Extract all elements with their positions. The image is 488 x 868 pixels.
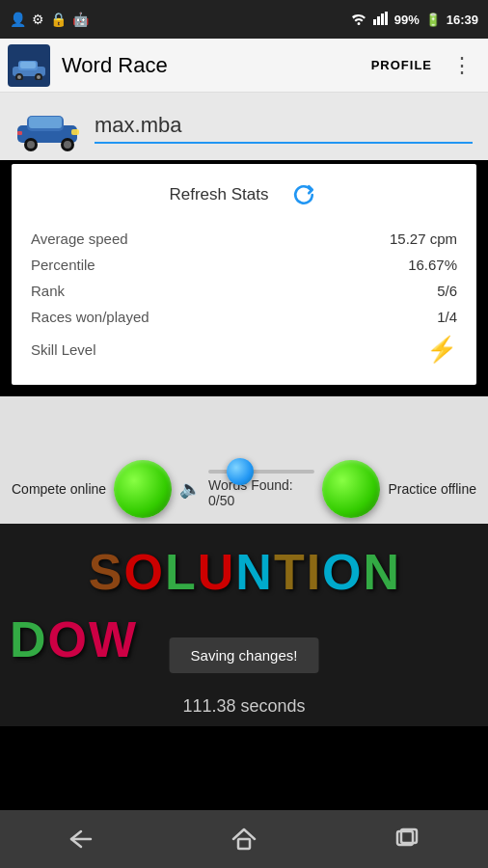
menu-icon[interactable]: ⋮ — [444, 45, 480, 86]
username-container: max.mba — [95, 113, 473, 144]
races-row: Races won/played 1/4 — [31, 304, 457, 330]
back-button[interactable] — [52, 820, 110, 858]
svg-rect-19 — [17, 131, 22, 135]
svg-point-14 — [27, 141, 35, 149]
nav-bar — [0, 810, 488, 868]
skill-label: Skill Level — [31, 341, 96, 358]
avg-speed-label: Average speed — [31, 231, 128, 247]
profile-button[interactable]: PROFILE — [360, 50, 444, 80]
username-text: max.mba — [95, 113, 181, 137]
volume-slider-thumb[interactable] — [227, 458, 254, 485]
game-letter: D — [10, 610, 46, 668]
settings-icon: ⚙ — [32, 12, 44, 27]
refresh-button[interactable] — [288, 179, 319, 210]
battery-text: 99% — [394, 13, 420, 27]
app-title: Word Race — [62, 53, 360, 78]
game-area: SOLUNTION DOW Saving changes! 111.38 sec… — [0, 524, 488, 726]
volume-slider-container: Words Found: 0/50 — [208, 470, 314, 508]
svg-rect-3 — [385, 12, 388, 25]
app-icon — [8, 44, 50, 87]
svg-point-16 — [64, 141, 71, 149]
volume-icon[interactable]: 🔈 — [179, 478, 201, 500]
home-button[interactable] — [215, 820, 273, 858]
compete-button[interactable] — [114, 460, 172, 518]
game-letter: I — [307, 543, 320, 601]
game-letter: O — [322, 543, 361, 601]
word-display: SOLUNTION — [0, 543, 488, 601]
game-letter: W — [89, 610, 136, 668]
game-letter: L — [165, 543, 196, 601]
timer-display: 111.38 seconds — [0, 696, 488, 717]
game-letter: T — [274, 543, 305, 601]
car-avatar — [15, 104, 83, 152]
game-letter: S — [89, 543, 122, 601]
practice-label: Practice offline — [388, 481, 476, 497]
profile-section: max.mba — [0, 93, 488, 160]
stats-card: Refresh Stats Average speed 15.27 cpm Pe… — [12, 164, 476, 385]
battery-icon: 🔋 — [425, 13, 441, 27]
game-letter: U — [198, 543, 234, 601]
recents-button[interactable] — [378, 820, 436, 858]
compete-label: Compete online — [12, 481, 106, 497]
status-left-icons: 👤 ⚙ 🔒 🤖 — [10, 12, 89, 27]
svg-point-9 — [37, 75, 41, 79]
status-right-info: 99% 🔋 16:39 — [350, 12, 478, 28]
skill-icon: ⚡ — [426, 335, 457, 365]
svg-point-7 — [17, 75, 21, 79]
time-display: 16:39 — [447, 13, 478, 27]
game-letter: N — [235, 543, 272, 601]
game-letter: O — [48, 610, 87, 668]
rank-value: 5/6 — [437, 283, 457, 299]
svg-rect-0 — [373, 19, 376, 25]
status-bar: 👤 ⚙ 🔒 🤖 99% 🔋 16:39 — [0, 0, 488, 39]
skill-row: Skill Level ⚡ — [31, 330, 457, 369]
shield-icon: 🔒 — [50, 12, 67, 27]
toast-message: Saving changes! — [170, 637, 319, 673]
android-icon: 🤖 — [72, 12, 89, 27]
practice-button[interactable] — [322, 460, 380, 518]
rank-row: Rank 5/6 — [31, 278, 457, 304]
races-value: 1/4 — [437, 309, 457, 325]
refresh-row: Refresh Stats — [31, 179, 457, 210]
app-bar: Word Race PROFILE ⋮ — [0, 39, 488, 93]
words-found-label: Words Found: 0/50 — [208, 477, 314, 508]
game-letter: O — [124, 543, 163, 601]
avg-speed-row: Average speed 15.27 cpm — [31, 226, 457, 252]
percentile-row: Percentile 16.67% — [31, 252, 457, 278]
separator — [0, 396, 488, 454]
svg-rect-21 — [238, 839, 250, 849]
percentile-label: Percentile — [31, 257, 95, 273]
game-controls: Compete online 🔈 Words Found: 0/50 Pract… — [0, 454, 488, 524]
volume-slider-track[interactable] — [208, 470, 314, 474]
signal-icon — [373, 12, 389, 28]
rank-label: Rank — [31, 283, 65, 299]
svg-rect-17 — [29, 117, 62, 128]
refresh-label: Refresh Stats — [170, 185, 269, 204]
svg-rect-2 — [381, 14, 384, 25]
wifi-icon — [350, 12, 367, 28]
percentile-value: 16.67% — [408, 257, 457, 273]
svg-rect-18 — [71, 129, 79, 135]
game-letter: N — [364, 543, 400, 601]
notification-icon: 👤 — [10, 12, 26, 27]
svg-rect-10 — [20, 62, 36, 68]
races-label: Races won/played — [31, 309, 149, 325]
avg-speed-value: 15.27 cpm — [390, 231, 457, 247]
svg-rect-1 — [377, 16, 380, 25]
